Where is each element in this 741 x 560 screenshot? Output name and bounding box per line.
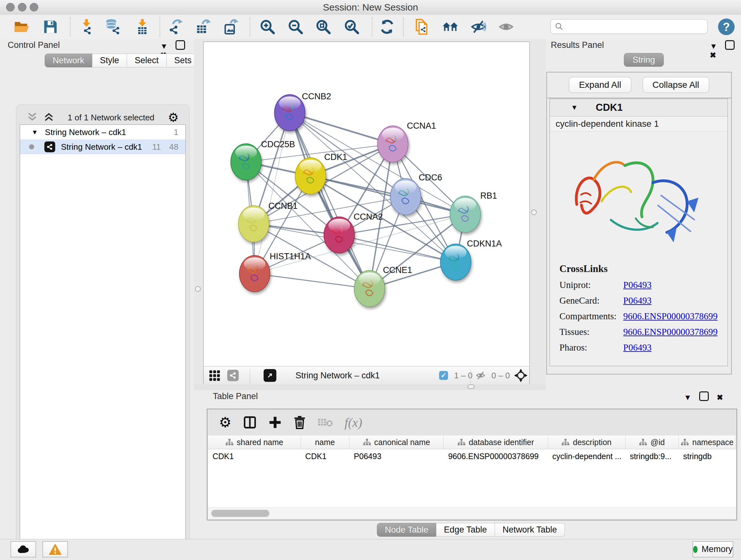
network-node-CDK1[interactable] [295,158,326,194]
column-header-description[interactable]: description [548,435,625,449]
open-session-icon[interactable] [13,18,30,36]
scrollbar-thumb[interactable] [211,510,269,517]
network-node-CCNE1[interactable] [354,270,385,307]
maximize-panel-icon[interactable] [725,40,735,50]
hidden-eye-icon[interactable] [475,367,486,384]
grid-view-icon[interactable] [209,367,220,384]
network-node-HIST1H1A[interactable] [239,255,270,292]
network-node-RB1[interactable] [450,196,481,233]
export-table-icon[interactable] [194,18,212,36]
close-panel-icon[interactable]: ✖ [710,51,716,60]
network-node-CDC6[interactable] [390,179,421,215]
network-node-CCNB1[interactable] [239,206,269,242]
table-cell[interactable]: P06493 [349,449,444,463]
network-node-CDKN1A[interactable] [441,244,471,280]
network-options-gear-icon[interactable]: ⚙ [168,113,179,122]
import-table-from-file-icon[interactable] [133,18,151,36]
column-header-canonical-name[interactable]: canonical name [349,435,444,449]
table-settings-gear-icon[interactable]: ⚙ [219,416,231,429]
zoom-out-icon[interactable] [286,18,305,36]
network-node-CDC25B[interactable] [231,144,261,180]
crosslink-link[interactable]: P06493 [623,342,652,353]
table-cell[interactable]: 9606.ENSP00000378699 [444,449,548,463]
tab-style[interactable]: Style [92,54,127,67]
selected-checkbox[interactable]: ✓ [439,367,448,384]
float-panel-icon[interactable]: ▼ [710,42,718,51]
network-edge[interactable] [290,113,369,289]
float-panel-icon[interactable]: ▼ [160,42,168,51]
help-button[interactable]: ? [718,18,735,35]
network-row[interactable]: String Network – cdk1 11 48 [20,139,185,154]
divider-handle[interactable] [468,384,475,389]
tab-network-table[interactable]: Network Table [495,523,565,537]
crosslink-link[interactable]: 9606.ENSP00000378699 [623,327,718,337]
column-header-database-identifier[interactable]: database identifier [444,435,548,449]
network-canvas[interactable]: CCNB2CCNA1CDC25BCDK1CDC6RB1CCNB1CCNA2CDK… [204,42,529,366]
tab-select[interactable]: Select [127,54,166,67]
left-splitter-handle[interactable] [195,286,201,292]
tab-network[interactable]: Network [45,54,92,67]
table-row[interactable]: CDK1CDK1P064939606.ENSP00000378699cyclin… [208,449,736,463]
results-tab-string[interactable]: String [624,53,664,67]
protein-card-header[interactable]: ▼ CDK1 [550,99,728,117]
right-splitter-handle[interactable] [531,209,537,215]
expand-all-button[interactable]: Expand All [569,77,631,93]
show-all-icon[interactable] [497,18,515,36]
zoom-in-icon[interactable] [259,18,276,36]
export-network-icon[interactable] [167,18,185,36]
table-cell[interactable]: stringdb:9... [625,449,679,463]
maximize-panel-icon[interactable] [176,40,185,50]
table-cell[interactable]: CDK1 [301,449,349,463]
import-network-from-database-icon[interactable] [105,18,122,36]
split-columns-icon[interactable] [243,415,257,429]
network-edge[interactable] [255,273,369,289]
collapse-all-button[interactable]: Collapse All [643,77,709,93]
first-neighbors-icon[interactable] [441,18,459,36]
collapse-protein-icon[interactable]: ▼ [571,104,578,112]
save-session-icon[interactable] [42,18,59,36]
delete-table-icon[interactable] [318,417,333,428]
memory-button[interactable]: Memory [692,541,733,557]
maximize-panel-icon[interactable] [699,391,709,401]
open-in-window-icon[interactable] [264,367,276,384]
network-node-CCNB2[interactable] [274,95,305,131]
cloud-button[interactable] [10,541,36,557]
collapse-all-networks-icon[interactable] [27,112,38,123]
export-image-icon[interactable] [222,18,240,36]
table-cell[interactable]: cyclin-dependent ... [548,449,625,463]
crosslink-link[interactable]: P06493 [623,280,652,290]
warning-button[interactable] [43,541,68,557]
expand-all-networks-icon[interactable] [44,112,54,123]
column-header-shared-name[interactable]: shared name [208,435,301,449]
zoom-selected-icon[interactable] [343,18,360,36]
network-edge[interactable] [255,113,290,273]
crosslink-link[interactable]: P06493 [623,295,652,306]
navigator-icon[interactable] [514,367,528,384]
fit-content-icon[interactable] [314,18,332,36]
table-horizontal-scrollbar[interactable] [208,507,736,519]
add-column-icon[interactable] [268,416,282,429]
tab-edge-table[interactable]: Edge Table [436,523,495,537]
column-header-namespace[interactable]: namespace [679,435,736,449]
search-input[interactable] [567,21,703,32]
apply-preferred-layout-icon[interactable] [378,18,396,36]
network-node-CCNA1[interactable] [378,126,408,162]
network-node-CCNA2[interactable] [324,217,354,253]
table-cell[interactable]: stringdb [679,449,736,463]
table-cell[interactable]: CDK1 [208,449,301,463]
column-header-name[interactable]: name [301,435,349,449]
share-view-icon[interactable] [227,367,239,384]
close-panel-icon[interactable]: ✖ [717,393,723,402]
float-panel-icon[interactable]: ▼ [684,393,691,402]
delete-column-icon[interactable] [293,415,306,429]
new-network-from-selection-icon[interactable] [413,18,431,36]
network-edge[interactable] [290,113,393,144]
crosslink-link[interactable]: 9606.ENSP00000378699 [623,311,718,321]
collection-expand-icon[interactable]: ▼ [31,129,38,136]
column-header-@id[interactable]: @id [625,435,679,449]
function-builder-icon[interactable]: f(x) [344,415,362,430]
hide-selected-icon[interactable] [469,18,487,36]
network-collection-row[interactable]: ▼ String Network – cdk1 1 [20,125,185,139]
import-network-from-file-icon[interactable] [77,18,95,36]
tab-node-table[interactable]: Node Table [377,523,436,537]
